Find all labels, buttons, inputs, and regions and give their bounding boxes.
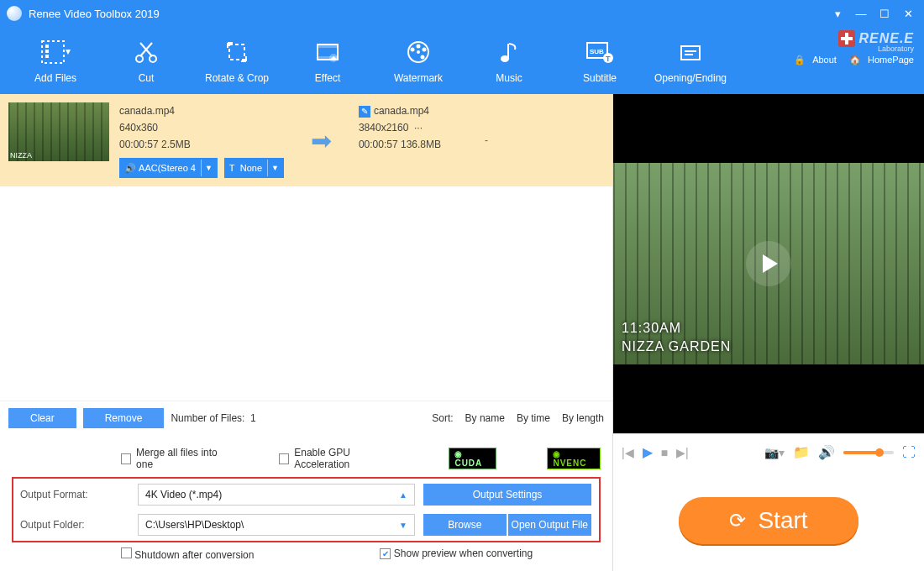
player-controls: |◀ ▶ ■ ▶| 📷▾ 📁 🔊 ⛶ <box>613 433 924 470</box>
cut-button[interactable]: Cut <box>101 37 192 84</box>
output-settings-button[interactable]: Output Settings <box>423 484 591 506</box>
svg-text:▾: ▾ <box>66 45 71 57</box>
svg-point-20 <box>417 50 420 54</box>
minimize-button[interactable]: — <box>852 4 870 23</box>
audio-chip[interactable]: 🔊 AAC(Stereo 4▼ <box>119 158 218 178</box>
browse-button[interactable]: Browse <box>423 514 507 536</box>
brand-cross-icon <box>838 30 855 47</box>
output-settings-group: Output Format: 4K Video (*.mp4)▲ Output … <box>12 477 601 542</box>
next-button[interactable]: ▶| <box>676 446 689 459</box>
effect-icon: ✦ <box>312 37 343 67</box>
tool-label: Cut <box>139 72 155 84</box>
preview-player[interactable]: 11:30AM NIZZA GARDEN <box>613 94 924 433</box>
start-button[interactable]: ⟳Start <box>679 497 858 544</box>
svg-rect-3 <box>45 55 49 58</box>
file-count-label: Number of Files: 1 <box>171 412 255 424</box>
fullscreen-button[interactable]: ⛶ <box>902 445 916 460</box>
sort-by-length[interactable]: By length <box>562 412 604 424</box>
subtitle-chip[interactable]: T None▼ <box>224 158 284 178</box>
rotate-crop-icon <box>222 37 252 67</box>
open-folder-button[interactable]: 📁 <box>793 444 810 460</box>
source-thumbnail[interactable]: NIZZA <box>8 102 109 161</box>
svg-text:T: T <box>606 55 611 63</box>
checkbox-icon <box>279 453 289 464</box>
checkbox-icon: ✔ <box>380 548 391 559</box>
output-more[interactable]: ··· <box>414 122 423 134</box>
opening-ending-button[interactable]: Opening/Ending <box>645 37 736 84</box>
gpu-checkbox[interactable]: Enable GPU Acceleration <box>279 447 398 470</box>
add-files-button[interactable]: ▾ Add Files <box>10 37 101 84</box>
merge-checkbox[interactable]: Merge all files into one <box>121 447 228 470</box>
svg-rect-27 <box>681 46 700 60</box>
play-overlay-icon[interactable] <box>746 241 791 286</box>
speaker-icon: 🔊 <box>124 160 136 176</box>
svg-rect-11 <box>318 45 338 48</box>
svg-point-17 <box>417 45 421 49</box>
shutdown-checkbox[interactable]: Shutdown after conversion <box>121 547 254 561</box>
subtitle-icon: SUBT <box>585 37 615 67</box>
bottom-panel: Merge all files into one Enable GPU Acce… <box>0 435 612 571</box>
maximize-button[interactable]: ☐ <box>875 4 894 23</box>
output-info: ✎canada.mp4 3840x2160 ··· 00:00:57 136.8… <box>359 102 441 153</box>
list-footer: Clear Remove Number of Files: 1 Sort: By… <box>0 401 612 435</box>
output-resolution: 3840x2160 <box>359 122 408 134</box>
output-format-label: Output Format: <box>20 489 129 500</box>
chevron-down-icon: ▼ <box>267 160 279 176</box>
app-title: Renee Video Toolbox 2019 <box>29 8 160 20</box>
tool-label: Watermark <box>394 72 443 84</box>
output-folder-select[interactable]: C:\Users\HP\Desktop\▼ <box>138 514 415 536</box>
tool-label: Music <box>496 72 522 84</box>
source-info: canada.mp4 640x360 00:00:57 2.5MB 🔊 AAC(… <box>119 102 284 178</box>
preview-checkbox[interactable]: ✔ Show preview when converting <box>380 547 533 561</box>
output-size: 136.8MB <box>401 139 441 150</box>
play-button[interactable]: ▶ <box>643 444 653 460</box>
prev-button[interactable]: |◀ <box>622 446 634 459</box>
subtitle-button[interactable]: SUBT Subtitle <box>554 37 645 84</box>
stop-button[interactable]: ■ <box>661 446 668 459</box>
file-row[interactable]: NIZZA canada.mp4 640x360 00:00:57 2.5MB … <box>0 94 612 186</box>
volume-icon[interactable]: 🔊 <box>818 444 835 460</box>
watermark-button[interactable]: Watermark <box>373 37 464 84</box>
svg-rect-2 <box>45 50 49 53</box>
effect-button[interactable]: ✦ Effect <box>282 37 373 84</box>
main-toolbar: ▾ Add Files Cut Rotate & Crop ✦ Effect W… <box>0 27 924 94</box>
about-link[interactable]: 🔒About <box>789 55 837 65</box>
text-icon: T <box>229 160 235 176</box>
output-duration: 00:00:57 <box>359 139 398 150</box>
checkbox-icon <box>121 547 132 558</box>
preview-overlay-text: 11:30AM NIZZA GARDEN <box>622 319 731 356</box>
arrow-icon: ➡ <box>294 126 349 155</box>
snapshot-button[interactable]: 📷▾ <box>764 446 785 459</box>
svg-point-18 <box>423 48 427 52</box>
volume-slider[interactable] <box>843 451 894 454</box>
opening-ending-icon <box>675 37 706 67</box>
sort-by-time[interactable]: By time <box>517 412 550 424</box>
dropdown-icon[interactable]: ▾ <box>828 4 847 23</box>
cut-icon <box>131 37 161 67</box>
svg-point-6 <box>150 55 156 62</box>
rotate-crop-button[interactable]: Rotate & Crop <box>192 37 282 84</box>
open-output-button[interactable]: Open Output File <box>508 514 591 536</box>
remove-button[interactable]: Remove <box>83 408 165 428</box>
output-format-select[interactable]: 4K Video (*.mp4)▲ <box>138 484 415 506</box>
sort-by-name[interactable]: By name <box>465 412 505 424</box>
music-button[interactable]: Music <box>464 37 554 84</box>
tool-label: Add Files <box>34 72 76 84</box>
edit-icon[interactable]: ✎ <box>359 106 370 118</box>
file-list-area <box>0 186 612 401</box>
title-bar: Renee Video Toolbox 2019 ▾ — ☐ ✕ <box>0 0 924 27</box>
checkbox-icon <box>121 453 131 464</box>
close-button[interactable]: ✕ <box>899 4 917 23</box>
refresh-icon: ⟳ <box>729 509 746 532</box>
homepage-link[interactable]: 🏠HomePage <box>844 55 914 65</box>
svg-text:✦: ✦ <box>330 54 337 63</box>
svg-rect-9 <box>229 45 244 60</box>
source-resolution: 640x360 <box>119 119 284 136</box>
tool-label: Rotate & Crop <box>205 72 269 84</box>
svg-rect-1 <box>45 45 49 48</box>
clear-button[interactable]: Clear <box>8 408 76 428</box>
svg-point-5 <box>136 55 143 62</box>
source-filename: canada.mp4 <box>119 102 284 119</box>
progress-cell: - <box>451 134 488 146</box>
tool-label: Subtitle <box>583 72 617 84</box>
